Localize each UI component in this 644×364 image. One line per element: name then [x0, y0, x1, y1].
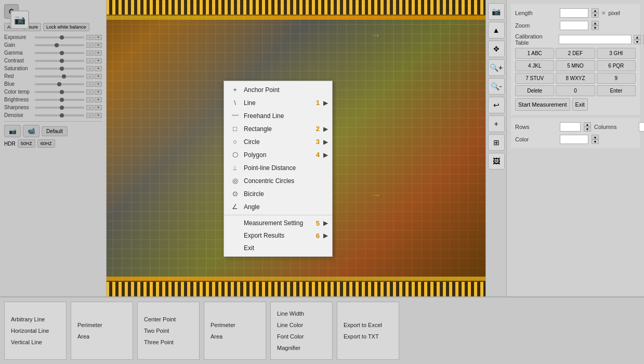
slider-minus-6[interactable]: -	[86, 82, 94, 87]
slider-plus-3[interactable]: +	[95, 58, 102, 63]
exit-button[interactable]: Exit	[572, 98, 588, 111]
default-button[interactable]: Default	[42, 126, 68, 136]
toolbar-btn-move-arrows[interactable]: ✥	[488, 41, 505, 57]
slider-track-7[interactable]	[35, 91, 84, 93]
menu-item-line[interactable]: \Line1▶	[224, 96, 332, 109]
slider-plus-1[interactable]: +	[95, 43, 102, 48]
toolbar-btn-image[interactable]: 🖼	[488, 153, 505, 170]
submenu-item-3-0[interactable]: Center Point	[144, 315, 193, 323]
numpad-key-9[interactable]: 9	[597, 73, 636, 84]
photo-button[interactable]: 📷	[4, 125, 21, 137]
slider-minus-0[interactable]: -	[86, 35, 94, 40]
color-up[interactable]: ▲	[592, 135, 599, 139]
hz60-button[interactable]: 60HZ	[37, 139, 55, 148]
menu-item-point-line-distance[interactable]: ⟂Point-line Distance	[224, 161, 332, 174]
submenu-item-5-2[interactable]: Font Color	[277, 332, 326, 341]
length-up[interactable]: ▲	[592, 8, 599, 13]
slider-track-3[interactable]	[35, 60, 84, 62]
numpad-key-2def[interactable]: 2 DEF	[556, 48, 595, 59]
submenu-item-4-1[interactable]: Area	[211, 332, 259, 341]
toolbar-btn-camera-capture[interactable]: 📷	[488, 3, 505, 20]
rows-down[interactable]: ▼	[584, 127, 591, 132]
slider-minus-3[interactable]: -	[86, 58, 94, 63]
length-input[interactable]	[560, 8, 588, 18]
slider-track-5[interactable]	[35, 75, 84, 77]
rows-input[interactable]	[560, 122, 581, 132]
slider-plus-10[interactable]: +	[95, 113, 102, 118]
length-down[interactable]: ▼	[592, 13, 599, 18]
color-down[interactable]: ▼	[592, 139, 599, 144]
slider-track-1[interactable]	[35, 44, 84, 46]
toolbar-btn-grid[interactable]: ⊞	[488, 134, 505, 151]
submenu-item-5-3[interactable]: Magnifier	[277, 344, 326, 352]
slider-minus-4[interactable]: -	[86, 66, 94, 71]
numpad-key-3ghi[interactable]: 3 GHI	[597, 48, 636, 59]
submenu-item-3-1[interactable]: Two Point	[144, 327, 193, 335]
toolbar-btn-undo[interactable]: ↩	[488, 97, 505, 113]
start-measurement-button[interactable]: Start Measurement	[515, 98, 570, 111]
slider-track-6[interactable]	[35, 83, 84, 85]
slider-plus-4[interactable]: +	[95, 66, 102, 71]
numpad-key-enter[interactable]: Enter	[597, 85, 636, 96]
menu-item-bicircle[interactable]: ⊙Bicircle	[224, 187, 332, 200]
zoom-input[interactable]	[560, 21, 588, 30]
slider-plus-9[interactable]: +	[95, 105, 102, 110]
video-button[interactable]: 📹	[23, 125, 40, 137]
slider-plus-2[interactable]: +	[95, 50, 102, 56]
zoom-up[interactable]: ▲	[592, 21, 599, 25]
numpad-key-4jkl[interactable]: 4 JKL	[515, 60, 554, 71]
menu-item-export-results[interactable]: Export Results6▶	[224, 229, 332, 242]
slider-track-8[interactable]	[35, 99, 84, 101]
numpad-key-6pqr[interactable]: 6 PQR	[597, 60, 636, 71]
menu-item-measurement-setting[interactable]: Measurement Setting5▶	[224, 217, 332, 229]
menu-item-anchor-point[interactable]: +Anchor Point	[224, 83, 332, 96]
numpad-key-delete[interactable]: Delete	[515, 85, 554, 96]
submenu-item-3-2[interactable]: Three Point	[144, 338, 193, 346]
slider-minus-5[interactable]: -	[86, 74, 94, 79]
toolbar-btn-move-up[interactable]: ▲	[488, 22, 505, 38]
submenu-item-1-0[interactable]: Arbitrary Line	[11, 315, 60, 323]
hz50-button[interactable]: 50HZ	[18, 139, 35, 148]
menu-item-rectangle[interactable]: □Rectangle2▶	[224, 122, 332, 135]
slider-minus-2[interactable]: -	[86, 50, 94, 56]
calibration-input[interactable]	[559, 35, 632, 44]
toolbar-btn-add[interactable]: +	[488, 115, 505, 132]
slider-plus-6[interactable]: +	[95, 82, 102, 87]
numpad-key-7stuv[interactable]: 7 STUV	[515, 73, 554, 84]
submenu-item-2-1[interactable]: Area	[77, 332, 126, 341]
slider-track-10[interactable]	[35, 114, 84, 116]
menu-item-circle[interactable]: ○Circle3▶	[224, 135, 332, 148]
numpad-key-0[interactable]: 0	[556, 85, 595, 96]
submenu-item-6-0[interactable]: Export to Excel	[344, 321, 392, 329]
slider-track-2[interactable]	[35, 52, 84, 54]
slider-minus-8[interactable]: -	[86, 97, 94, 102]
lock-white-balance-button[interactable]: Lock white balance	[43, 23, 89, 31]
slider-plus-8[interactable]: +	[95, 97, 102, 102]
submenu-item-4-0[interactable]: Perimeter	[211, 321, 259, 329]
calib-down[interactable]: ▼	[634, 40, 641, 44]
zoom-down[interactable]: ▼	[592, 25, 599, 30]
submenu-item-5-1[interactable]: Line Color	[277, 321, 326, 329]
slider-minus-1[interactable]: -	[86, 43, 94, 48]
submenu-item-6-1[interactable]: Export to TXT	[344, 332, 392, 341]
menu-item-polygon[interactable]: ⬡Polygon4▶	[224, 148, 332, 161]
rows-up[interactable]: ▲	[584, 122, 591, 127]
slider-track-0[interactable]	[35, 36, 84, 38]
submenu-item-1-2[interactable]: Vertical Line	[11, 338, 60, 346]
menu-item-exit[interactable]: Exit	[224, 242, 332, 254]
menu-item-freehand-line[interactable]: 〰Freehand Line	[224, 109, 332, 122]
toolbar-btn-zoom-in[interactable]: 🔍+	[488, 59, 505, 76]
calib-up[interactable]: ▲	[634, 35, 641, 40]
menu-item-angle[interactable]: ∠Angle	[224, 200, 332, 213]
slider-plus-5[interactable]: +	[95, 74, 102, 79]
submenu-item-2-0[interactable]: Perimeter	[77, 321, 126, 329]
submenu-item-5-0[interactable]: Line Width	[277, 309, 326, 318]
slider-plus-0[interactable]: +	[95, 35, 102, 40]
slider-minus-10[interactable]: -	[86, 113, 94, 118]
menu-item-concentric-circles[interactable]: ◎Concentric Circles	[224, 174, 332, 187]
numpad-key-8wxyz[interactable]: 8 WXYZ	[556, 73, 595, 84]
numpad-key-1abc[interactable]: 1 ABC	[515, 48, 554, 59]
numpad-key-5mno[interactable]: 5 MNO	[556, 60, 595, 71]
slider-plus-7[interactable]: +	[95, 89, 102, 95]
slider-minus-7[interactable]: -	[86, 89, 94, 95]
